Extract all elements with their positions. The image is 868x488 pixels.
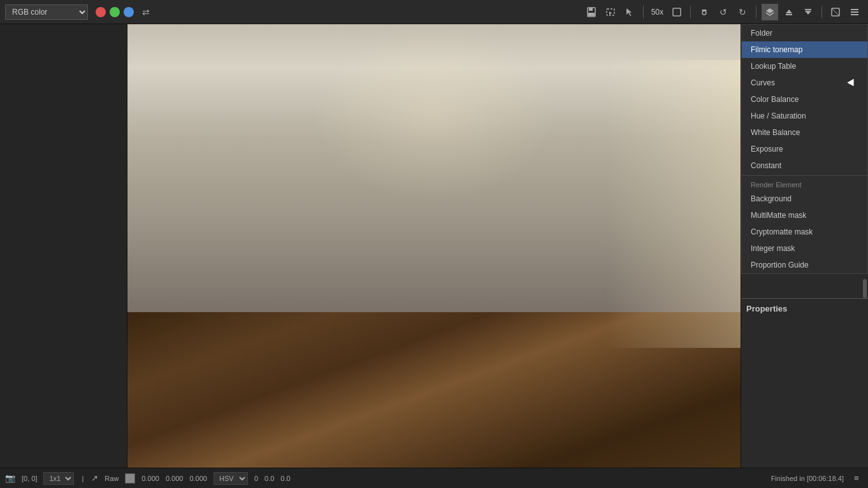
- render-status-label: Finished in [00:06:18.4]: [771, 475, 844, 482]
- toolbar-separator-3: [756, 6, 756, 18]
- perspective-button[interactable]: [827, 4, 844, 20]
- color-swatch: [125, 473, 135, 484]
- svg-rect-8: [805, 9, 811, 10]
- toolbar-separator-4: [821, 6, 822, 18]
- dropdown-item-white-balance[interactable]: White Balance: [742, 124, 867, 141]
- main-area: available Folder Filmic tonemap Lookup T…: [0, 24, 868, 468]
- dropdown-item-integer-mask[interactable]: Integer mask: [742, 240, 867, 257]
- svg-rect-1: [589, 8, 593, 11]
- add-layer-button[interactable]: [762, 4, 778, 20]
- select-tool-button[interactable]: [621, 4, 638, 20]
- dropdown-divider-1: [742, 175, 867, 176]
- camera-icon: 📷: [5, 473, 15, 483]
- right-panel: Folder Filmic tonemap Lookup Table Curve…: [741, 24, 868, 468]
- fit-frame-button[interactable]: [669, 4, 685, 20]
- value-2: 0.000: [166, 475, 184, 482]
- center-light: [312, 24, 557, 201]
- svg-rect-5: [673, 8, 681, 16]
- channel-swap-button[interactable]: ⇄: [138, 4, 154, 20]
- redo-button[interactable]: ↻: [734, 4, 751, 20]
- svg-rect-12: [851, 11, 858, 13]
- status-bar-expand-button[interactable]: ≡: [850, 472, 863, 485]
- svg-rect-3: [607, 9, 614, 15]
- list-view-button[interactable]: [846, 4, 863, 20]
- svg-rect-2: [588, 13, 595, 16]
- value-3: 0.000: [189, 475, 207, 482]
- dropdown-item-exposure[interactable]: Exposure: [742, 141, 867, 157]
- properties-panel: Properties: [741, 298, 868, 468]
- color-mode-select[interactable]: RGB colorRGB colorAlphaLuminance: [5, 4, 88, 20]
- green-channel-dot[interactable]: [110, 7, 120, 17]
- hsv-s: 0.0: [264, 475, 274, 482]
- left-sidebar: [0, 24, 127, 468]
- toolbar-separator-1: [643, 6, 644, 18]
- dropdown-item-color-balance[interactable]: Color Balance: [742, 91, 867, 108]
- dropdown-item-cryptomatte-mask[interactable]: Cryptomatte mask: [742, 224, 867, 240]
- dropdown-item-filmic-tonemap[interactable]: Filmic tonemap: [742, 41, 867, 58]
- camera-button[interactable]: [696, 4, 712, 20]
- hsv-h: 0: [254, 475, 258, 482]
- available-label: available: [707, 31, 734, 38]
- render-region-button[interactable]: [602, 4, 619, 20]
- move-layer-down-button[interactable]: [800, 4, 816, 20]
- dropdown-header-render-element: Render Element: [742, 177, 867, 190]
- value-1: 0.000: [141, 475, 159, 482]
- scrollbar-thumb[interactable]: [863, 279, 867, 298]
- undo-button[interactable]: ↺: [715, 4, 732, 20]
- toolbar-right-icons: 50x ↺ ↻: [583, 4, 863, 20]
- svg-point-6: [702, 11, 706, 15]
- coordinates-display: [0, 0]: [22, 475, 37, 482]
- toolbar-separator-2: [690, 6, 691, 18]
- hsv-v: 0.0: [280, 475, 290, 482]
- dropdown-item-proportion-guide[interactable]: Proportion Guide: [742, 257, 867, 273]
- window-light: [605, 60, 741, 348]
- svg-line-10: [832, 8, 839, 16]
- dropdown-item-folder[interactable]: Folder: [742, 25, 867, 41]
- layer-type-dropdown: Folder Filmic tonemap Lookup Table Curve…: [741, 24, 868, 274]
- svg-rect-11: [851, 9, 858, 10]
- dropdown-item-multimatte-mask[interactable]: MultiMatte mask: [742, 207, 867, 224]
- blue-channel-dot[interactable]: [124, 7, 134, 17]
- dropdown-item-curves[interactable]: Curves: [742, 75, 867, 91]
- save-button[interactable]: [583, 4, 600, 20]
- dropdown-item-lookup-table[interactable]: Lookup Table: [742, 58, 867, 75]
- properties-title: Properties: [746, 304, 863, 313]
- dropdown-item-hue-saturation[interactable]: Hue / Saturation: [742, 108, 867, 124]
- svg-rect-13: [851, 14, 858, 15]
- curve-separator: |: [82, 475, 83, 482]
- move-layer-up-button[interactable]: [781, 4, 797, 20]
- dropdown-item-background[interactable]: Background: [742, 190, 867, 207]
- dropdown-item-constant[interactable]: Constant: [742, 157, 867, 174]
- render-view[interactable]: available: [127, 24, 741, 468]
- curve-icon: ↗: [91, 473, 98, 483]
- zoom-level-label: 50x: [649, 8, 666, 17]
- red-channel-dot[interactable]: [96, 7, 106, 17]
- render-image: available: [127, 24, 741, 468]
- svg-rect-7: [786, 14, 792, 15]
- scale-select[interactable]: 1x1 2x2: [43, 472, 74, 485]
- curve-label: Raw: [105, 475, 119, 482]
- svg-marker-4: [609, 11, 612, 15]
- top-toolbar: RGB colorRGB colorAlphaLuminance ⇄: [0, 0, 868, 24]
- color-space-select[interactable]: HSV RGB HEX: [213, 472, 248, 485]
- bottom-bar: 📷 [0, 0] 1x1 2x2 | ↗ Raw 0.000 0.000 0.0…: [0, 468, 868, 488]
